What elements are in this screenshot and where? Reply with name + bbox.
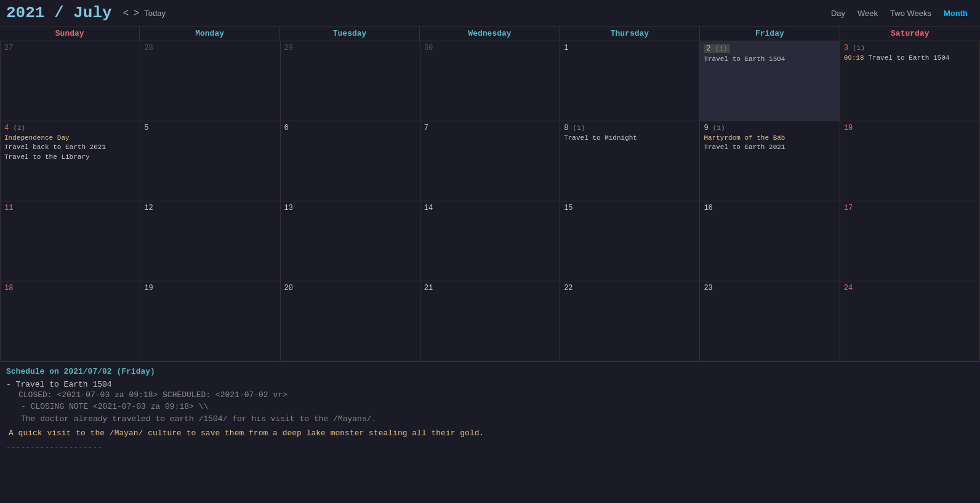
badi-num: (1)	[853, 44, 865, 52]
day-number: 4 (2)	[4, 124, 136, 132]
event-independence-day[interactable]: Independence Day	[4, 134, 136, 142]
event-travel-library[interactable]: Travel to the Library	[4, 153, 136, 161]
event-travel-back-earth-2021[interactable]: Travel back to Earth 2021	[4, 143, 136, 151]
next-button[interactable]: >	[131, 7, 142, 18]
event-time: 09:18	[844, 54, 869, 62]
cal-cell-jun28[interactable]: 28	[140, 41, 280, 121]
badi-num: (1)	[713, 124, 725, 132]
cal-cell-jul4[interactable]: 4 (2) Independence Day Travel back to Ea…	[1, 121, 140, 201]
view-week-button[interactable]: Week	[851, 7, 884, 19]
calendar-title: 2021 / July	[6, 4, 112, 22]
calendar-grid: 27 28 29 30 1 2 (1) Travel to Earth 1504…	[0, 41, 980, 361]
day-number: 15	[564, 204, 696, 212]
cal-cell-jul3[interactable]: 3 (1) 09:18 Travel to Earth 1504	[840, 41, 980, 121]
cal-cell-jul18[interactable]: 18	[1, 281, 140, 361]
cal-cell-jul13[interactable]: 13	[281, 201, 420, 281]
day-number: 18	[4, 284, 136, 292]
day-number: 28	[144, 44, 276, 52]
cal-cell-jun30[interactable]: 30	[420, 41, 560, 121]
schedule-desc: A quick visit to the /Mayan/ culture to …	[9, 429, 974, 438]
cal-cell-jul11[interactable]: 11	[1, 201, 140, 281]
day-number: 12	[144, 204, 276, 212]
cal-cell-jul12[interactable]: 12	[140, 201, 280, 281]
cal-cell-jul23[interactable]: 23	[700, 281, 840, 361]
year-label: 2021	[6, 4, 44, 22]
cal-cell-jul1[interactable]: 1	[560, 41, 700, 121]
cal-cell-jul5[interactable]: 5	[140, 121, 280, 201]
event-travel-earth-1504-jul3[interactable]: 09:18 Travel to Earth 1504	[844, 54, 976, 62]
badi-num: (1)	[573, 124, 585, 132]
cal-cell-jul20[interactable]: 20	[281, 281, 420, 361]
day-number: 23	[704, 284, 835, 292]
view-day-button[interactable]: Day	[825, 7, 851, 19]
cal-cell-jul2[interactable]: 2 (1) Travel to Earth 1504	[700, 41, 840, 121]
schedule-divider: --------------------	[6, 443, 974, 452]
cal-cell-jul21[interactable]: 21	[420, 281, 560, 361]
day-number: 19	[144, 284, 276, 292]
cal-cell-jul10[interactable]: 10	[840, 121, 980, 201]
event-travel-earth-2021[interactable]: Travel to Earth 2021	[704, 143, 835, 151]
view-month-button[interactable]: Month	[938, 7, 974, 19]
cal-cell-jun27[interactable]: 27	[1, 41, 140, 121]
day-number: 24	[844, 284, 976, 292]
sunday-header: Sunday	[0, 26, 140, 41]
calendar-header: 2021 / July < > Today Day Week Two Weeks…	[0, 0, 980, 26]
event-martyrdom-bab[interactable]: Martyrdom of the Báb	[704, 134, 835, 142]
day-number: 16	[704, 204, 835, 212]
schedule-title: Schedule on 2021/07/02 (Friday)	[6, 367, 974, 376]
cal-cell-jul9[interactable]: 9 (1) Martyrdom of the Báb Travel to Ear…	[700, 121, 840, 201]
cal-cell-jul8[interactable]: 8 (1) Travel to Midnight	[560, 121, 700, 201]
slash-label: /	[44, 4, 73, 22]
friday-header: Friday	[700, 26, 840, 41]
cal-cell-jul22[interactable]: 22	[560, 281, 700, 361]
cal-cell-jul19[interactable]: 19	[140, 281, 280, 361]
cal-cell-jul6[interactable]: 6	[281, 121, 420, 201]
day-number: 20	[284, 284, 416, 292]
saturday-header: Saturday	[840, 26, 980, 41]
prev-button[interactable]: <	[121, 7, 131, 18]
today-button[interactable]: Today	[144, 9, 166, 18]
thursday-header: Thursday	[560, 26, 700, 41]
cal-cell-jul16[interactable]: 16	[700, 201, 840, 281]
day-number: 11	[4, 204, 136, 212]
cal-cell-jul17[interactable]: 17	[840, 201, 980, 281]
view-buttons: Day Week Two Weeks Month	[825, 7, 974, 19]
day-number: 14	[424, 204, 556, 212]
day-headers-row: Sunday Monday Tuesday Wednesday Thursday…	[0, 26, 980, 41]
day-number: 1	[564, 44, 696, 52]
day-number: 9 (1)	[704, 124, 835, 132]
badi-num: (2)	[13, 124, 25, 132]
event-travel-midnight[interactable]: Travel to Midnight	[564, 134, 696, 142]
day-number: 6	[284, 124, 416, 132]
cal-cell-jul14[interactable]: 14	[420, 201, 560, 281]
view-twoweeks-button[interactable]: Two Weeks	[884, 7, 938, 19]
day-number: 2 (1)	[704, 44, 729, 53]
monday-header: Monday	[140, 26, 279, 41]
day-number: 10	[844, 124, 976, 132]
cal-cell-jun29[interactable]: 29	[281, 41, 420, 121]
day-number: 30	[424, 44, 556, 52]
wednesday-header: Wednesday	[420, 26, 560, 41]
day-number: 3 (1)	[844, 44, 976, 52]
day-number: 8 (1)	[564, 124, 696, 132]
badi-num: (1)	[715, 45, 728, 52]
tuesday-header: Tuesday	[280, 26, 420, 41]
schedule-panel: Schedule on 2021/07/02 (Friday) - Travel…	[0, 361, 980, 457]
cal-cell-jul15[interactable]: 15	[560, 201, 700, 281]
day-number: 22	[564, 284, 696, 292]
day-number: 29	[284, 44, 416, 52]
day-number: 7	[424, 124, 556, 132]
day-number: 17	[844, 204, 976, 212]
month-label: July	[73, 4, 111, 22]
event-travel-earth-1504-jul2[interactable]: Travel to Earth 1504	[704, 55, 835, 63]
schedule-note-label: - CLOSING NOTE <2021-07-03 za 09:18> \\	[21, 401, 974, 413]
day-number: 5	[144, 124, 276, 132]
day-number: 27	[4, 44, 136, 52]
schedule-meta-closed: CLOSED: <2021-07-03 za 09:18> SCHEDULED:…	[18, 390, 974, 400]
schedule-item-title: - Travel to Earth 1504	[6, 380, 974, 389]
day-number: 21	[424, 284, 556, 292]
cal-cell-jul7[interactable]: 7	[420, 121, 560, 201]
schedule-note-line1: The doctor already traveled to earth /15…	[21, 413, 974, 425]
cal-cell-jul24[interactable]: 24	[840, 281, 980, 361]
day-number: 13	[284, 204, 416, 212]
